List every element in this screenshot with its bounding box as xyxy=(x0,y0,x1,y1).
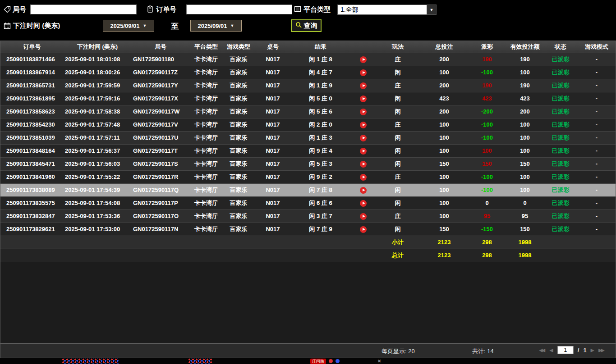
next-page-button[interactable]: ▶ xyxy=(591,347,594,353)
date-from-button[interactable]: 2025/09/01 ▼ xyxy=(103,20,154,32)
close-icon: ✕ xyxy=(377,359,381,364)
replay-icon[interactable] xyxy=(360,109,367,115)
cell-play: 闲 xyxy=(376,183,420,196)
date-range-to-label: 至 xyxy=(171,21,179,32)
cell-round: GN0172590117R xyxy=(131,170,190,183)
cell-play: 庄 xyxy=(376,118,420,131)
cell-round xyxy=(131,249,190,262)
cell-round: GN0172590117P xyxy=(131,196,190,209)
order-number-input[interactable] xyxy=(186,5,292,14)
cell-time: 2025-09-01 17:53:36 xyxy=(64,209,131,223)
table-row[interactable]: 2509011738296212025-09-01 17:53:00GN0172… xyxy=(0,223,616,236)
cell-table: N017 xyxy=(255,53,291,66)
replay-icon[interactable] xyxy=(360,187,367,194)
table-row[interactable]: 2509011738586232025-09-01 17:58:38GN0172… xyxy=(0,105,616,118)
column-header: 玩法 xyxy=(376,41,420,53)
cell-valid: 200 xyxy=(506,105,544,118)
cell-play: 闲 xyxy=(376,157,420,170)
cell-mode: - xyxy=(577,157,616,170)
last-page-button[interactable]: ▶▶ xyxy=(598,347,605,353)
cell-valid: 1998 xyxy=(506,249,544,262)
cell-order: 250901173861895 xyxy=(0,92,64,105)
cell-result: 闲 5 庄 3 xyxy=(291,157,350,170)
cell-table: N017 xyxy=(255,118,291,131)
round-number-label: 局号 xyxy=(13,5,26,14)
replay-icon[interactable] xyxy=(360,161,367,168)
column-header: 游戏模式 xyxy=(577,41,616,53)
table-row[interactable]: 2509011738481642025-09-01 17:56:37GN0172… xyxy=(0,144,616,157)
search-button[interactable]: 查询 xyxy=(291,19,322,32)
cell-payout: 0 xyxy=(469,196,506,209)
table-row[interactable]: 2509011838714662025-09-01 18:01:08GN1725… xyxy=(0,53,616,66)
table-row[interactable]: 2509011738657312025-09-01 17:59:59GN0172… xyxy=(0,79,616,92)
table-row[interactable]: 2509011738454712025-09-01 17:56:03GN0172… xyxy=(0,157,616,170)
cell-total: 200 xyxy=(420,53,469,66)
cell-order: 250901183867914 xyxy=(0,66,64,79)
column-header: 下注时间 (美东) xyxy=(64,41,131,53)
table-row[interactable]: 2509011738542302025-09-01 17:57:48GN0172… xyxy=(0,118,616,131)
replay-icon[interactable] xyxy=(360,69,367,76)
cell-status: 已派彩 xyxy=(544,157,577,170)
table-row[interactable]: 2509011838679142025-09-01 18:00:26GN0172… xyxy=(0,66,616,79)
cell-game: 百家乐 xyxy=(222,209,255,223)
column-header: 局号 xyxy=(131,41,190,53)
replay-icon[interactable] xyxy=(360,82,367,89)
replay-icon[interactable] xyxy=(360,148,367,155)
order-number-label: 订单号 xyxy=(156,5,176,14)
cell-mode: - xyxy=(577,223,616,236)
column-header: 派彩 xyxy=(469,41,506,53)
column-header: 平台类型 xyxy=(190,41,222,53)
orders-tbody: 2509011838714662025-09-01 18:01:08GN1725… xyxy=(0,53,616,262)
cell-platform: 卡卡湾厅 xyxy=(190,118,222,131)
cell-result: 闲 1 庄 8 xyxy=(291,53,350,66)
cell-icon xyxy=(350,157,376,170)
cell-round: GN0172590117T xyxy=(131,144,190,157)
cell-play: 闲 xyxy=(376,131,420,144)
cell-order: 250901173838089 xyxy=(0,183,64,196)
table-row[interactable]: 2509011738355752025-09-01 17:54:08GN0172… xyxy=(0,196,616,209)
replay-icon[interactable] xyxy=(360,96,367,102)
cell-valid: 100 xyxy=(506,183,544,196)
table-row[interactable]: 2509011738618952025-09-01 17:59:16GN0172… xyxy=(0,92,616,105)
cell-platform: 卡卡湾厅 xyxy=(190,183,222,196)
cell-time: 2025-09-01 17:59:59 xyxy=(64,79,131,92)
table-row[interactable]: 2509011738510392025-09-01 17:57:11GN0172… xyxy=(0,131,616,144)
cell-play: 闲 xyxy=(376,92,420,105)
cell-table: N017 xyxy=(255,66,291,79)
table-row[interactable]: 2509011738419602025-09-01 17:55:22GN0172… xyxy=(0,170,616,183)
replay-icon[interactable] xyxy=(360,135,367,141)
table-row[interactable]: 2509011738328472025-09-01 17:53:36GN0172… xyxy=(0,209,616,223)
cell-result: 闲 9 庄 2 xyxy=(291,170,350,183)
table-row[interactable]: 2509011738380892025-09-01 17:54:39GN0172… xyxy=(0,183,616,196)
replay-icon[interactable] xyxy=(360,122,367,128)
replay-icon[interactable] xyxy=(360,56,367,63)
page-number-input[interactable] xyxy=(557,346,574,354)
cell-time xyxy=(64,236,131,249)
cell-round: GN0172590117O xyxy=(131,209,190,223)
cell-valid: 100 xyxy=(506,66,544,79)
cell-total: 100 xyxy=(420,66,469,79)
cell-mode xyxy=(577,249,616,262)
prev-page-button[interactable]: ◀ xyxy=(549,347,553,353)
column-header: 结果 xyxy=(291,41,350,53)
replay-icon[interactable] xyxy=(360,174,367,181)
cell-payout: -200 xyxy=(469,105,506,118)
cell-platform: 卡卡湾厅 xyxy=(190,144,222,157)
first-page-button[interactable]: ◀◀ xyxy=(539,347,545,353)
chevron-down-icon: ▼ xyxy=(230,24,234,28)
cell-platform: 卡卡湾厅 xyxy=(190,223,222,236)
replay-icon[interactable] xyxy=(360,226,367,233)
cell-table xyxy=(255,236,291,249)
cell-game: 百家乐 xyxy=(222,92,255,105)
cell-game: 百家乐 xyxy=(222,53,255,66)
cell-valid: 190 xyxy=(506,53,544,66)
platform-type-select[interactable]: 1.全部 ▼ xyxy=(337,5,437,15)
replay-icon[interactable] xyxy=(360,213,367,220)
cell-play: 庄 xyxy=(376,170,420,183)
cell-table: N017 xyxy=(255,183,291,196)
cell-game: 百家乐 xyxy=(222,79,255,92)
date-to-button[interactable]: 2025/09/01 ▼ xyxy=(190,20,242,32)
replay-icon[interactable] xyxy=(360,200,367,207)
cell-mode: - xyxy=(577,53,616,66)
round-number-input[interactable] xyxy=(30,5,137,14)
